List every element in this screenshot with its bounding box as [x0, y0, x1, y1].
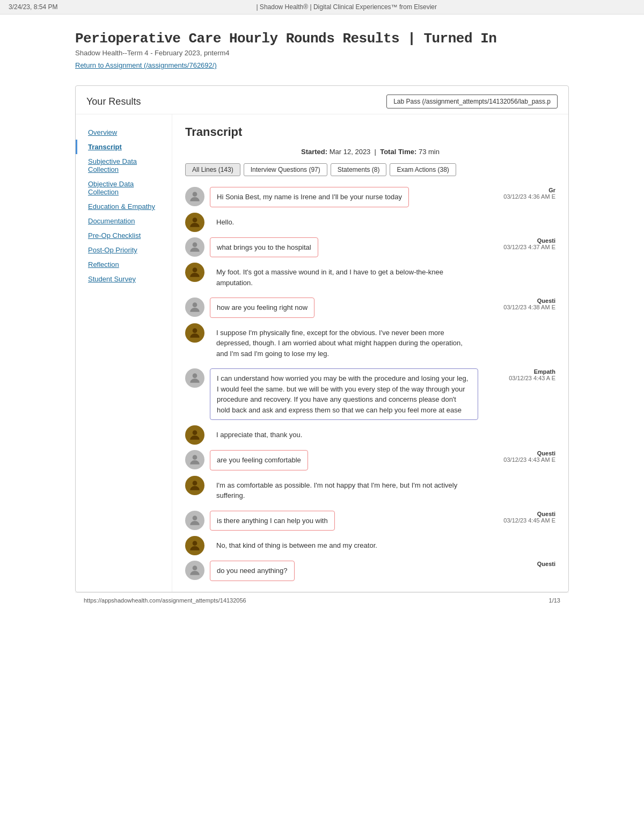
- sidebar-item-student-survey[interactable]: Student Survey: [76, 272, 172, 286]
- patient-avatar-11: [185, 536, 204, 555]
- started-label: Started:: [301, 148, 327, 156]
- sidebar-item-documentation[interactable]: Documentation: [76, 214, 172, 228]
- page-subtitle: Shadow Health--Term 4 - February 2023, p…: [75, 49, 569, 57]
- chat-meta-10: Questi03/12/23 4:45 AM E: [503, 511, 555, 524]
- chat-row-9: I'm as comfortable as possible. I'm not …: [185, 476, 555, 505]
- meta-time-0: 03/12/23 4:36 AM E: [503, 193, 555, 200]
- bottom-bar: https://appshadowhealth.com/assignment_a…: [75, 592, 569, 608]
- patient-avatar-9: [185, 476, 204, 495]
- sidebar-item-education--empathy[interactable]: Education & Empathy: [76, 199, 172, 214]
- chat-meta-12: Questi: [513, 561, 555, 567]
- patient-avatar-7: [185, 425, 204, 445]
- meta-time-6: 03/12/23 4:43 A E: [509, 375, 555, 381]
- meta-time-10: 03/12/23 4:45 AM E: [503, 517, 555, 524]
- chat-meta-2: Questi03/12/23 4:37 AM E: [503, 237, 555, 250]
- svg-point-7: [193, 430, 197, 435]
- sidebar-item-subjective-data-collection[interactable]: Subjective Data Collection: [76, 154, 172, 177]
- return-link[interactable]: Return to Assignment (/assignments/76269…: [75, 61, 217, 69]
- chat-meta-0: Gr03/12/23 4:36 AM E: [503, 187, 555, 200]
- meta-time-2: 03/12/23 4:37 AM E: [503, 244, 555, 250]
- svg-point-12: [193, 565, 197, 570]
- svg-point-8: [193, 455, 197, 460]
- sidebar-item-post-op-priority[interactable]: Post-Op Priority: [76, 243, 172, 257]
- chat-row-3: My foot. It's got a massive wound in it,…: [185, 263, 555, 292]
- main-content: Transcript Started: Mar 12, 2023 | Total…: [172, 114, 568, 592]
- filter-tab-3[interactable]: Exam Actions (38): [390, 163, 456, 176]
- your-results-label: Your Results: [86, 96, 141, 107]
- transcript-section-title: Transcript: [185, 125, 555, 139]
- chat-bubble-1: Hello.: [210, 213, 240, 232]
- meta-label-8: Questi: [503, 450, 555, 456]
- chat-bubble-2: what brings you to the hospital: [210, 237, 318, 258]
- filter-tabs: All Lines (143)Interview Questions (97)S…: [185, 163, 555, 176]
- chat-row-1: Hello.: [185, 213, 555, 232]
- patient-avatar-1: [185, 213, 204, 232]
- meta-label-12: Questi: [513, 561, 555, 567]
- svg-point-0: [193, 192, 197, 197]
- chat-row-7: I appreciate that, thank you.: [185, 425, 555, 445]
- patient-avatar-3: [185, 263, 204, 282]
- filter-tab-0[interactable]: All Lines (143): [185, 163, 240, 176]
- sidebar-item-pre-op-checklist[interactable]: Pre-Op Checklist: [76, 228, 172, 243]
- svg-point-11: [193, 541, 197, 546]
- chat-bubble-10: is there anything I can help you with: [210, 511, 335, 531]
- svg-point-9: [193, 481, 197, 485]
- sidebar-item-reflection[interactable]: Reflection: [76, 257, 172, 272]
- meta-label-4: Questi: [503, 298, 555, 304]
- chat-row-5: I suppose I'm physically fine, except fo…: [185, 323, 555, 364]
- chat-row-10: is there anything I can help you withQue…: [185, 511, 555, 531]
- svg-point-10: [193, 516, 197, 520]
- content-area: OverviewTranscriptSubjective Data Collec…: [76, 114, 568, 592]
- transcript-meta: Started: Mar 12, 2023 | Total Time: 73 m…: [185, 148, 555, 156]
- lab-pass-button[interactable]: Lab Pass (/assignment_attempts/14132056/…: [386, 95, 558, 108]
- nurse-avatar-12: [185, 561, 204, 580]
- total-time-value: 73 min: [419, 148, 440, 156]
- chat-bubble-3: My foot. It's got a massive wound in it,…: [210, 263, 478, 292]
- chat-row-6: I can understand how worried you may be …: [185, 368, 555, 420]
- nurse-avatar-10: [185, 511, 204, 530]
- chat-bubble-8: are you feeling comfortable: [210, 450, 308, 470]
- nurse-avatar-6: [185, 368, 204, 388]
- filter-tab-1[interactable]: Interview Questions (97): [244, 163, 327, 176]
- meta-time-8: 03/12/23 4:43 AM E: [503, 456, 555, 463]
- chat-meta-6: Empath03/12/23 4:43 A E: [509, 368, 555, 381]
- chat-meta-4: Questi03/12/23 4:38 AM E: [503, 298, 555, 310]
- meta-label-6: Empath: [509, 368, 555, 375]
- sidebar: OverviewTranscriptSubjective Data Collec…: [76, 114, 172, 592]
- sidebar-item-overview[interactable]: Overview: [76, 125, 172, 140]
- chat-row-2: what brings you to the hospitalQuesti03/…: [185, 237, 555, 258]
- sidebar-item-transcript[interactable]: Transcript: [76, 140, 172, 154]
- svg-point-3: [193, 267, 197, 272]
- meta-label-10: Questi: [503, 511, 555, 517]
- meta-label-0: Gr: [503, 187, 555, 193]
- browser-title: | Shadow Health® | Digital Clinical Expe…: [256, 3, 437, 11]
- meta-label-2: Questi: [503, 237, 555, 244]
- patient-avatar-5: [185, 323, 204, 343]
- results-card: Your Results Lab Pass (/assignment_attem…: [75, 85, 569, 592]
- filter-tab-2[interactable]: Statements (8): [331, 163, 387, 176]
- svg-point-5: [193, 328, 197, 333]
- chat-bubble-0: Hi Sonia Best, my name is Irene and I'll…: [210, 187, 409, 207]
- chat-row-0: Hi Sonia Best, my name is Irene and I'll…: [185, 187, 555, 207]
- svg-point-6: [193, 373, 197, 378]
- svg-point-1: [193, 217, 197, 222]
- chat-bubble-5: I suppose I'm physically fine, except fo…: [210, 323, 478, 364]
- sidebar-item-objective-data-collection[interactable]: Objective Data Collection: [76, 177, 172, 199]
- svg-point-2: [193, 242, 197, 247]
- results-header: Your Results Lab Pass (/assignment_attem…: [76, 86, 568, 114]
- nurse-avatar-8: [185, 450, 204, 469]
- chat-bubble-4: how are you feeling right now: [210, 298, 314, 318]
- page-indicator: 1/13: [549, 597, 560, 604]
- chat-row-8: are you feeling comfortableQuesti03/12/2…: [185, 450, 555, 470]
- chat-bubble-6: I can understand how worried you may be …: [210, 368, 478, 420]
- chat-bubble-7: I appreciate that, thank you.: [210, 425, 309, 445]
- started-value: Mar 12, 2023: [330, 148, 371, 156]
- chat-row-4: how are you feeling right nowQuesti03/12…: [185, 298, 555, 318]
- browser-bar: 3/24/23, 8:54 PM | Shadow Health® | Digi…: [0, 0, 644, 14]
- bottom-url: https://appshadowhealth.com/assignment_a…: [84, 597, 246, 604]
- total-time-label: Total Time:: [380, 148, 416, 156]
- chat-bubble-11: No, that kind of thing is between me and…: [210, 536, 384, 555]
- chat-row-11: No, that kind of thing is between me and…: [185, 536, 555, 555]
- chat-area: Hi Sonia Best, my name is Irene and I'll…: [185, 187, 555, 581]
- nurse-avatar-0: [185, 187, 204, 206]
